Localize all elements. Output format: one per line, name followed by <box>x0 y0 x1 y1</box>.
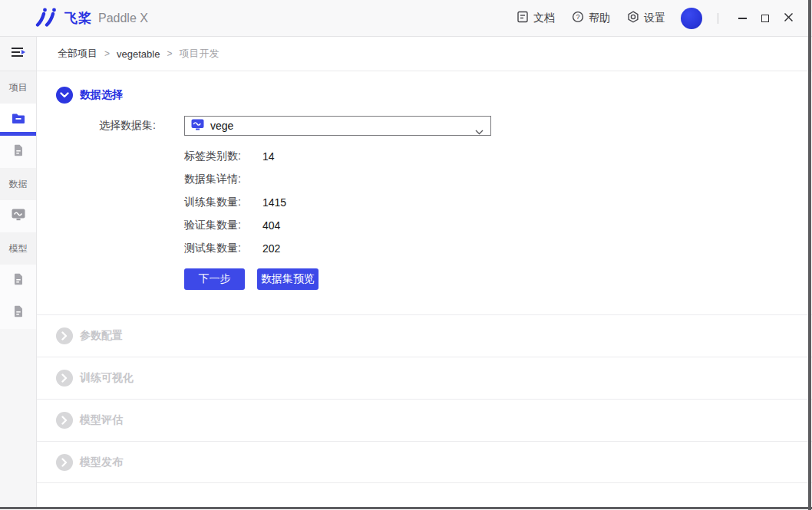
chevron-right-circle-icon <box>56 370 73 387</box>
dataset-select-row: 选择数据集: vege <box>56 116 812 136</box>
action-buttons: 下一步 数据集预览 <box>184 268 812 290</box>
close-icon <box>784 12 794 25</box>
detail-label: 测试集数量: <box>184 242 262 255</box>
sidebar: 项目 数据 <box>0 37 37 507</box>
help-icon: ? <box>572 11 584 25</box>
section-title: 模型发布 <box>80 456 123 469</box>
sidebar-group-model: 模型 <box>0 232 36 265</box>
detail-row-val-count: 验证集数量: 404 <box>184 214 812 237</box>
file-icon <box>13 144 24 160</box>
settings-label: 设置 <box>644 12 665 25</box>
gear-icon <box>627 11 639 25</box>
window-edge-bottom <box>0 507 812 509</box>
sidebar-group-project: 项目 <box>0 71 36 104</box>
dataset-chart-icon <box>12 209 25 224</box>
settings-button[interactable]: 设置 <box>627 11 665 25</box>
breadcrumb: 全部项目 > vegetable > 项目开发 <box>37 37 812 71</box>
file-icon <box>13 305 24 321</box>
breadcrumb-all-projects[interactable]: 全部项目 <box>58 47 97 61</box>
document-icon <box>517 11 529 25</box>
docs-label: 文档 <box>533 12 555 25</box>
dataset-preview-button[interactable]: 数据集预览 <box>257 268 319 290</box>
section-train-visualize[interactable]: 训练可视化 <box>37 357 812 399</box>
chevron-down-icon <box>475 124 484 138</box>
next-step-button[interactable]: 下一步 <box>184 268 245 290</box>
detail-row-label-classes: 标签类别数: 14 <box>184 145 812 168</box>
section-model-publish[interactable]: 模型发布 <box>37 441 812 483</box>
breadcrumb-current-page: 项目开发 <box>179 47 219 61</box>
section-data-select: 数据选择 选择数据集: vege <box>37 71 812 314</box>
chevron-right-circle-icon <box>56 412 73 429</box>
help-label: 帮助 <box>589 12 610 25</box>
section-title: 数据选择 <box>80 88 123 102</box>
chevron-right-circle-icon <box>56 454 73 471</box>
sidebar-item-project-doc[interactable] <box>0 136 36 168</box>
paddle-logo: 飞桨 Paddle X <box>35 7 148 30</box>
section-param-config[interactable]: 参数配置 <box>37 314 812 357</box>
detail-label: 训练集数量: <box>184 196 262 209</box>
brand-name-cn: 飞桨 <box>64 9 92 27</box>
sidebar-item-dataset[interactable] <box>0 200 36 232</box>
detail-label: 验证集数量: <box>184 219 262 232</box>
app-window: 飞桨 Paddle X 文档 ? 帮助 <box>0 0 812 510</box>
sidebar-item-model-train[interactable] <box>0 265 36 297</box>
detail-label: 标签类别数: <box>184 150 262 163</box>
section-model-evaluate[interactable]: 模型评估 <box>37 399 812 441</box>
detail-value: 14 <box>262 150 275 163</box>
section-title: 参数配置 <box>80 329 123 343</box>
detail-value: 404 <box>262 219 280 232</box>
sidebar-group-data: 数据 <box>0 168 36 200</box>
help-button[interactable]: ? 帮助 <box>572 11 610 25</box>
section-title: 模型评估 <box>80 413 123 427</box>
sidebar-item-project-list[interactable] <box>0 104 36 136</box>
window-edge-right <box>808 0 811 510</box>
breadcrumb-project-name[interactable]: vegetable <box>117 48 160 60</box>
detail-row-test-count: 测试集数量: 202 <box>184 237 812 260</box>
detail-value: 202 <box>262 242 280 255</box>
detail-row-train-count: 训练集数量: 1415 <box>184 191 812 214</box>
detail-value: 1415 <box>262 196 286 209</box>
dataset-selected-value: vege <box>210 120 233 132</box>
breadcrumb-separator: > <box>167 48 172 59</box>
chevron-right-circle-icon <box>56 327 73 344</box>
detail-label: 数据集详情: <box>184 173 262 186</box>
paddle-logo-mark-icon <box>35 7 60 30</box>
dataset-select-label: 选择数据集: <box>56 119 156 133</box>
breadcrumb-separator: > <box>104 48 110 59</box>
sidebar-item-model-publish[interactable] <box>0 297 36 329</box>
close-button[interactable] <box>778 8 798 28</box>
project-dev-content: 数据选择 选择数据集: vege <box>37 71 812 507</box>
maximize-icon <box>761 15 769 22</box>
main-area: 全部项目 > vegetable > 项目开发 数据选择 <box>37 37 812 507</box>
detail-row-dataset-info: 数据集详情: <box>184 168 812 191</box>
section-title: 训练可视化 <box>80 371 134 385</box>
brand-name-en: Paddle X <box>98 12 148 25</box>
minimize-button[interactable] <box>732 8 752 28</box>
dataset-details: 标签类别数: 14 数据集详情: 训练集数量: 1415 验证集数量: <box>184 145 812 260</box>
collapse-menu-icon <box>11 47 26 61</box>
app-header: 飞桨 Paddle X 文档 ? 帮助 <box>0 0 812 37</box>
file-icon <box>13 273 24 288</box>
dataset-chart-icon <box>191 119 204 133</box>
svg-text:?: ? <box>576 13 579 21</box>
folder-icon <box>12 113 25 127</box>
section-data-select-header[interactable]: 数据选择 <box>56 87 812 104</box>
docs-button[interactable]: 文档 <box>517 11 555 25</box>
header-divider <box>718 13 718 24</box>
dataset-select-dropdown[interactable]: vege <box>184 116 491 136</box>
sidebar-collapse-button[interactable] <box>0 37 36 71</box>
user-avatar[interactable] <box>681 8 702 29</box>
chevron-down-circle-icon <box>56 87 73 104</box>
maximize-button[interactable] <box>755 8 775 28</box>
minimize-icon <box>738 18 747 19</box>
